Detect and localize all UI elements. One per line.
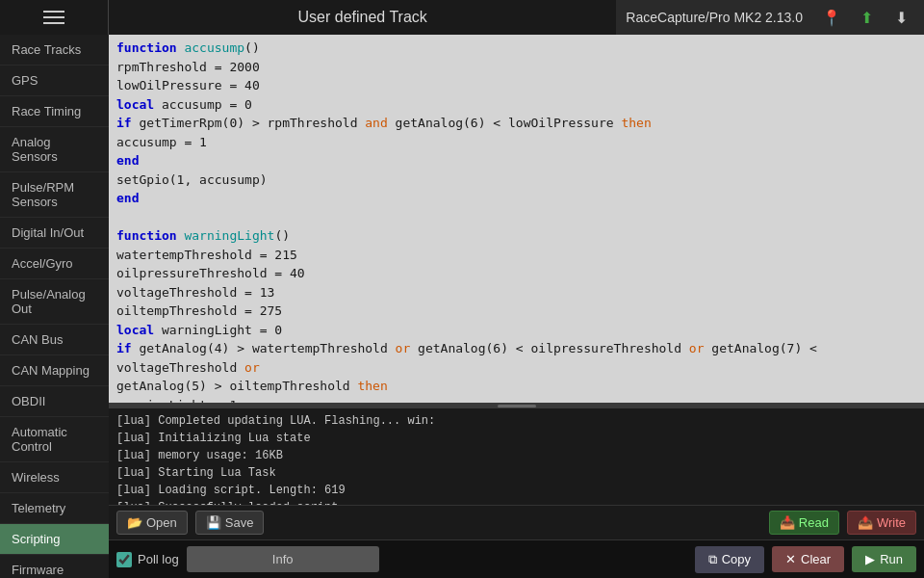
info-button[interactable]: Info — [187, 546, 379, 572]
read-button[interactable]: 📥 Read — [769, 511, 839, 535]
sidebar-item-obdii[interactable]: OBDII — [0, 386, 109, 417]
poll-log-checkbox[interactable] — [116, 552, 132, 567]
sidebar-item-automatic-control[interactable]: Automatic Control — [0, 417, 109, 462]
clear-button[interactable]: ✕ Clear — [772, 546, 844, 572]
log-line: [lua] memory usage: 16KB — [116, 447, 916, 464]
sidebar-item-pulse-rpm-sensors[interactable]: Pulse/RPM Sensors — [0, 172, 109, 218]
sidebar-item-scripting[interactable]: Scripting — [0, 524, 109, 555]
header-right: RaceCapture/Pro MK2 2.13.0 📍 ⬆ ⬇ — [616, 0, 924, 35]
action-bar: Poll log Info ⧉ Copy ✕ Clear ▶ Run — [109, 539, 924, 578]
sidebar-item-race-tracks[interactable]: Race Tracks — [0, 35, 109, 66]
log-line: [lua] Initializing Lua state — [116, 430, 916, 447]
log-line: [lua] Loading script. Length: 619 — [116, 482, 916, 499]
poll-log-label: Poll log — [138, 552, 179, 566]
sidebar-item-analog-sensors[interactable]: Analog Sensors — [0, 127, 109, 172]
header: User defined Track RaceCapture/Pro MK2 2… — [0, 0, 924, 35]
code-editor[interactable]: function accusump() rpmThreshold = 2000 … — [109, 35, 924, 403]
sidebar-item-can-bus[interactable]: CAN Bus — [0, 325, 109, 355]
sidebar-item-accel-gyro[interactable]: Accel/Gyro — [0, 249, 109, 279]
sidebar-item-pulse-analog-out[interactable]: Pulse/Analog Out — [0, 279, 109, 325]
sidebar-item-wireless[interactable]: Wireless — [0, 462, 109, 493]
divider-handle — [498, 405, 536, 407]
file-toolbar: 📂 Open 💾 Save 📥 Read 📤 Write — [109, 505, 924, 539]
sidebar-item-firmware[interactable]: Firmware — [0, 555, 109, 578]
write-button[interactable]: 📤 Write — [847, 511, 916, 535]
main-layout: Race TracksGPSRace TimingAnalog SensorsP… — [0, 35, 924, 578]
header-title: User defined Track — [109, 9, 616, 26]
content-area: function accusump() rpmThreshold = 2000 … — [109, 35, 924, 578]
save-icon: 💾 — [206, 515, 221, 530]
copy-icon: ⧉ — [708, 552, 717, 567]
sidebar-item-race-timing[interactable]: Race Timing — [0, 96, 109, 127]
read-icon: 📥 — [780, 515, 795, 530]
sidebar-item-digital-in-out[interactable]: Digital In/Out — [0, 218, 109, 249]
copy-button[interactable]: ⧉ Copy — [695, 546, 764, 573]
log-area: [lua] Completed updating LUA. Flashing..… — [109, 408, 924, 505]
log-line: [lua] Starting Lua Task — [116, 464, 916, 482]
run-button[interactable]: ▶ Run — [852, 546, 916, 572]
log-line: [lua] Completed updating LUA. Flashing..… — [116, 412, 916, 430]
run-icon: ▶ — [865, 552, 875, 566]
write-icon: 📤 — [858, 515, 873, 530]
hamburger-icon — [43, 11, 64, 24]
save-button[interactable]: 💾 Save — [195, 511, 265, 535]
sidebar-item-can-mapping[interactable]: CAN Mapping — [0, 355, 109, 386]
open-button[interactable]: 📂 Open — [116, 511, 188, 535]
location-icon[interactable]: 📍 — [818, 4, 845, 31]
sidebar-item-telemetry[interactable]: Telemetry — [0, 493, 109, 524]
download-icon[interactable]: ⬇ — [887, 4, 914, 31]
sidebar-item-gps[interactable]: GPS — [0, 66, 109, 96]
clear-icon: ✕ — [785, 552, 796, 566]
menu-button[interactable] — [0, 0, 109, 35]
open-icon: 📂 — [127, 515, 142, 530]
sidebar: Race TracksGPSRace TimingAnalog SensorsP… — [0, 35, 109, 578]
upload-icon[interactable]: ⬆ — [853, 4, 880, 31]
device-label: RaceCapture/Pro MK2 2.13.0 — [626, 10, 803, 25]
poll-log-container: Poll log — [116, 552, 179, 567]
